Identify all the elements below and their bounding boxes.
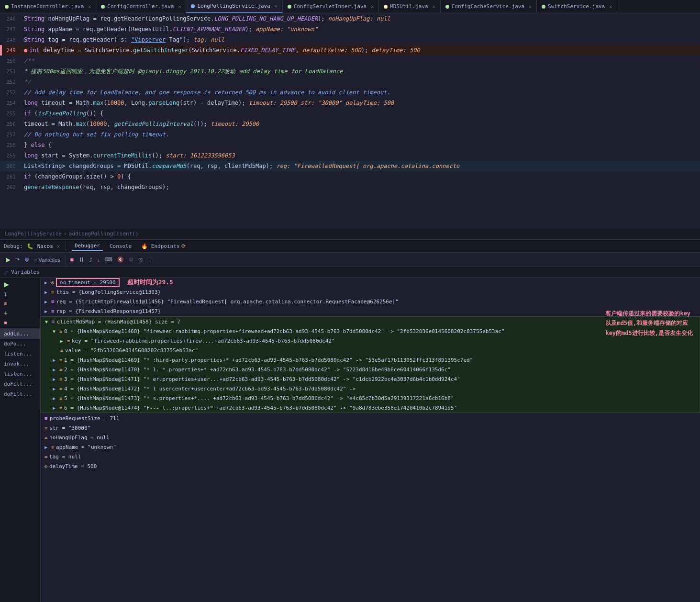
tab-config-servlet-inner[interactable]: ConfigServletInner.java ✕ [283, 0, 379, 13]
line-number: 253 [0, 89, 22, 96]
debug-config-close[interactable]: ✕ [57, 244, 60, 249]
line-number: 251 [0, 68, 22, 75]
stack-frame-listen2[interactable]: listen... [0, 369, 40, 379]
stack-frame-addlo[interactable]: addLo... [0, 329, 40, 339]
debug-controls: ▶ ⤵ ≡ + ■ [0, 278, 40, 329]
expand-icon[interactable]: ▶ [44, 290, 49, 295]
var-client-md5-map: ▼ ≡ clientMd5Map = {HashMap@11458} size … [41, 317, 700, 326]
separator [65, 255, 66, 265]
tab-close[interactable]: ✕ [609, 4, 612, 9]
expand-icon[interactable]: ▶ [53, 367, 57, 372]
var-app-name: ▶ ≡ appName = "unknown" [41, 442, 700, 452]
tab-dot [288, 5, 291, 9]
pause-button[interactable]: ⏸ [77, 255, 87, 264]
variables-content: ▶ ⊙ ootimeout = 29500 超时时间为29.5 ▶ ≡ this… [41, 278, 700, 602]
tab-md5-util[interactable]: MD5Util.java ✕ [379, 0, 441, 13]
tab-instance-controller[interactable]: InstanceController.java ✕ [0, 0, 96, 13]
var-entry5-text: 5 = {HashMap$Node@11473} "* s.properties… [64, 395, 454, 401]
tab-debugger[interactable]: Debugger [72, 242, 103, 251]
play-button[interactable]: ▶ [2, 279, 38, 289]
stack-frame-dopo[interactable]: doPo... [0, 339, 40, 349]
var-no-hang-up: ≡ noHangUpFlag = null [41, 433, 700, 442]
breadcrumb-separator: › [64, 231, 67, 237]
var-map-entry-0: ▼ ≡ 0 = {HashMap$Node@11468} "fireweed-r… [41, 326, 700, 336]
filter-button[interactable]: ≡ [2, 300, 38, 307]
tab-config-controller[interactable]: ConfigController.java ✕ [96, 0, 186, 13]
code-line-260: 260 List<String> changedGroups = MD5Util… [0, 161, 700, 171]
tab-long-polling-service[interactable]: LongPollingService.java ✕ [186, 0, 282, 13]
var-key-text: key = "fireweed-rabbitmq.properties+fire… [72, 338, 335, 344]
tab-close[interactable]: ✕ [88, 4, 91, 9]
tab-endpoints[interactable]: 🔥 Endpoints ⟳ [138, 242, 189, 250]
tab-switch-service[interactable]: SwitchService.java ✕ [537, 0, 617, 13]
tab-close[interactable]: ✕ [529, 4, 532, 9]
var-map-entry-6: ▶ ≡ 6 = {HashMap$Node@11474} "F--- l..:p… [41, 403, 700, 412]
line-number: 246 [0, 16, 22, 22]
var-str: ≡ str = "30000" [41, 423, 700, 433]
stack-frame-dofilt2[interactable]: doFilt... [0, 389, 40, 399]
stack-frame-listen[interactable]: listen... [0, 349, 40, 359]
mute-button[interactable]: 🔇 [115, 256, 126, 264]
restore-button[interactable]: ⊡ [136, 256, 144, 264]
expand-icon[interactable]: ▶ [53, 357, 57, 363]
expand-icon[interactable]: ▶ [53, 386, 57, 391]
tab-close[interactable]: ✕ [275, 3, 278, 9]
code-content: long timeout = Math.max(10000, Long.pars… [22, 98, 700, 108]
tab-config-cache-service[interactable]: ConfigCacheService.java ✕ [441, 0, 537, 13]
expand-icon[interactable]: ▶ [44, 299, 49, 304]
panel-title: ≡ Variables [5, 269, 40, 275]
var-rsp-text: rsp = {FiredwalledResponse@11457} [56, 308, 161, 314]
expand-icon[interactable]: ▶ [53, 396, 57, 401]
expand-icon[interactable]: ▶ [60, 338, 65, 344]
var-map-entry-5: ▶ ≡ 5 = {HashMap$Node@11473} "* s.proper… [41, 393, 700, 403]
panel-header: ≡ Variables [0, 267, 700, 278]
expand-icon[interactable]: ▶ [44, 280, 49, 285]
breadcrumb: LongPollingService › addLongPollingClien… [0, 229, 700, 239]
expand-icon[interactable]: ▶ [53, 405, 57, 411]
right-annotation: 客户端传递过来的需要校验的key以及md5值,和服务端存储的对应key的md5进… [605, 309, 693, 338]
tab-close[interactable]: ✕ [371, 4, 374, 9]
expand-icon[interactable]: ▶ [44, 309, 49, 314]
line-number: 261 [0, 174, 22, 180]
more-button[interactable]: ⋮ [145, 256, 155, 264]
code-line-254: 254 long timeout = Math.max(10000, Long.… [0, 98, 700, 108]
debug-icon: 🐛 [27, 243, 33, 249]
code-editor: 246 String noHangUpFlag = req.getHeader(… [0, 13, 700, 229]
step-into-button[interactable]: ⤵ [2, 290, 38, 299]
resume-button[interactable]: ▶ [4, 255, 12, 264]
var-entry0-text: 0 = {HashMap$Node@11468} "fireweed-rabbi… [64, 328, 505, 334]
add-button[interactable]: + [2, 308, 38, 318]
line-number: 258 [0, 142, 22, 148]
var-rsp: ▶ ≡ rsp = {FiredwalledResponse@11457} [41, 306, 700, 316]
stack-frame-dofilt[interactable]: doFilt... [0, 379, 40, 389]
expand-icon[interactable]: ▼ [45, 319, 50, 324]
tab-close[interactable]: ✕ [178, 4, 181, 9]
run-cursor-button[interactable]: ↓ [95, 256, 102, 264]
tab-dot [542, 5, 545, 9]
var-entry6-text: 6 = {HashMap$Node@11474} "F--- l..:prope… [64, 405, 457, 411]
expand-icon[interactable]: ▶ [53, 377, 57, 382]
stop-small-button[interactable]: ■ [2, 319, 38, 326]
expand-icon[interactable]: ▶ [44, 445, 49, 450]
settings-button[interactable]: ⚙ [127, 256, 135, 264]
code-content: timeout = Math.max(10000, getFixedPollin… [22, 119, 700, 129]
var-this: ▶ ≡ this = {LongPollingService@11303} [41, 287, 700, 297]
step-out-button[interactable]: ⤴ [88, 256, 94, 264]
code-content: long start = System.currentTimeMillis();… [22, 150, 700, 161]
expand-icon[interactable]: ▼ [53, 329, 57, 334]
call-stack-sidebar: ▶ ⤵ ≡ + ■ addLo... doPo... listen... inv… [0, 278, 41, 602]
tab-dot [5, 5, 9, 9]
tab-console[interactable]: Console [107, 242, 134, 250]
var-delay-time: ⊙ delayTime = 500 [41, 461, 700, 471]
line-number: 255 [0, 111, 22, 117]
stop-button[interactable]: ■ [68, 255, 76, 264]
tab-close[interactable]: ✕ [433, 4, 435, 9]
var-probe-request-size: ≡ probeRequestSize = 711 [41, 413, 700, 423]
var-nohangup-text: noHangUpFlag = null [49, 435, 110, 441]
code-line-255: 255 if (isFixedPolling()) { [0, 108, 700, 119]
evaluate-button[interactable]: ⌨ [103, 256, 114, 264]
tab-dot [384, 5, 388, 9]
stack-frame-invok[interactable]: invok... [0, 359, 40, 369]
step-over-button[interactable]: ↷ [13, 256, 22, 264]
var-value-text: value = "2fb532036e0145608202c83755eb53a… [65, 347, 198, 354]
